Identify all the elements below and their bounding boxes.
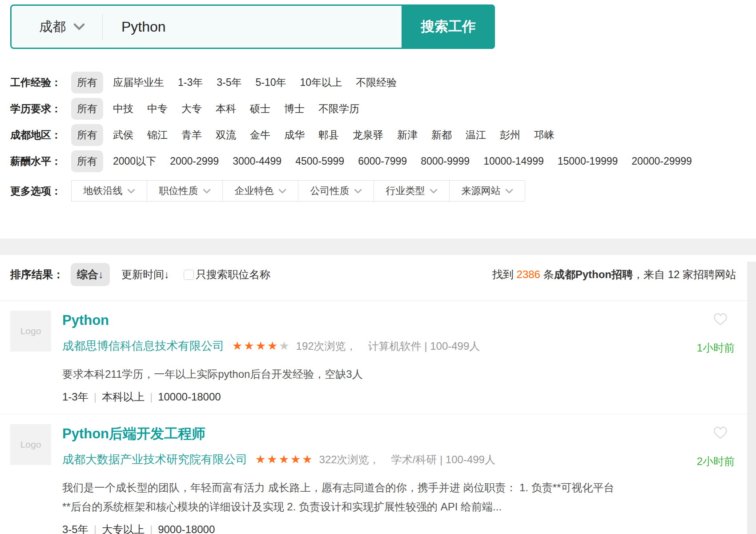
chevron-down-icon — [73, 23, 85, 31]
filter-label-district: 成都地区： — [10, 128, 71, 142]
filter-option-education-1[interactable]: 中技 — [113, 102, 133, 116]
star-icon: ★ — [232, 339, 244, 352]
search-input[interactable] — [103, 6, 402, 48]
filter-items-district: 所有武侯锦江青羊双流金牛成华郫县龙泉驿新津新都温江彭州邛崃 — [71, 124, 568, 146]
filter-option-salary-0[interactable]: 所有 — [71, 150, 103, 172]
chevron-down-icon — [505, 189, 513, 194]
filter-option-salary-2[interactable]: 2000-2999 — [170, 155, 219, 167]
filter-option-district-12[interactable]: 彭州 — [500, 128, 520, 142]
search-button[interactable]: 搜索工作 — [402, 4, 495, 49]
dropdown-label-1: 职位性质 — [159, 184, 198, 198]
dropdown-0[interactable]: 地铁沿线 — [71, 180, 147, 202]
chevron-down-icon — [354, 189, 362, 194]
meta-separator: | — [94, 523, 97, 534]
filter-option-district-11[interactable]: 温江 — [466, 128, 486, 142]
filter-option-salary-6[interactable]: 8000-9999 — [421, 155, 470, 167]
job-card-0: LogoPython成都思博信科信息技术有限公司★★★★★192次浏览，计算机软… — [0, 301, 747, 414]
filter-option-salary-4[interactable]: 4500-5999 — [295, 155, 344, 167]
filter-option-district-5[interactable]: 金牛 — [250, 128, 270, 142]
filter-option-experience-1[interactable]: 应届毕业生 — [113, 76, 164, 89]
job-meta-item-1: 本科以上 — [102, 391, 145, 403]
scrollbar[interactable] — [747, 262, 756, 534]
chevron-down-icon — [430, 189, 438, 194]
dropdown-2[interactable]: 企业特色 — [222, 180, 298, 202]
favorite-button[interactable] — [712, 425, 728, 441]
filter-option-district-2[interactable]: 锦江 — [147, 128, 168, 142]
filter-option-district-4[interactable]: 双流 — [216, 128, 236, 142]
filter-option-education-5[interactable]: 硕士 — [250, 102, 270, 116]
dropdown-5[interactable]: 来源网站 — [449, 180, 525, 202]
result-prefix: 找到 — [492, 268, 517, 280]
job-meta-item-2: 9000-18000 — [158, 523, 215, 534]
job-title-link[interactable]: Python — [62, 312, 109, 329]
filter-option-district-0[interactable]: 所有 — [71, 124, 103, 146]
sort-option-0[interactable]: 综合↓ — [71, 263, 110, 286]
filter-option-salary-8[interactable]: 15000-19999 — [558, 155, 618, 167]
filter-option-salary-7[interactable]: 10000-14999 — [483, 155, 544, 167]
filter-option-district-3[interactable]: 青羊 — [181, 128, 202, 142]
filter-option-district-10[interactable]: 新都 — [431, 128, 452, 142]
filter-label-experience: 工作经验： — [10, 76, 71, 89]
result-suffix: ，来自 12 家招聘网站 — [633, 268, 736, 280]
filter-option-district-13[interactable]: 邛崃 — [534, 128, 555, 142]
filter-option-education-0[interactable]: 所有 — [71, 98, 103, 120]
dropdown-4[interactable]: 行业类型 — [374, 180, 450, 202]
view-count: 192次浏览， — [296, 339, 357, 353]
dropdown-3[interactable]: 公司性质 — [298, 180, 374, 202]
job-description: 我们是一个成长型的团队，年轻而富有活力 成长路上，愿有志同道合的你，携手并进 岗… — [62, 478, 618, 516]
company-name-link[interactable]: 成都大数据产业技术研究院有限公司 — [62, 452, 247, 467]
company-logo-placeholder: Logo — [10, 311, 51, 352]
rating-stars: ★★★★★ — [232, 340, 291, 352]
section-separator-band — [0, 239, 756, 255]
chevron-down-icon — [127, 189, 135, 194]
job-main-1: Python后端开发工程师成都大数据产业技术研究院有限公司★★★★★322次浏览… — [62, 425, 672, 534]
dropdown-label-4: 行业类型 — [386, 184, 425, 198]
filter-option-salary-5[interactable]: 6000-7999 — [358, 155, 407, 167]
city-selector[interactable]: 成都 — [12, 6, 102, 48]
filter-option-district-1[interactable]: 武侯 — [113, 128, 133, 142]
job-search-page: 成都 搜索工作 工作经验：所有应届毕业生1-3年3-5年5-10年10年以上不限… — [0, 0, 756, 534]
favorite-button[interactable] — [712, 312, 728, 327]
star-icon: ★ — [244, 339, 255, 352]
star-icon: ★ — [267, 453, 278, 466]
filter-option-education-7[interactable]: 不限学历 — [318, 102, 359, 116]
filter-option-education-3[interactable]: 大专 — [181, 102, 202, 116]
filter-option-salary-9[interactable]: 20000-29999 — [631, 155, 692, 167]
filter-option-district-8[interactable]: 龙泉驿 — [353, 128, 383, 142]
title-only-checkbox[interactable] — [184, 270, 194, 280]
filter-option-experience-6[interactable]: 不限经验 — [356, 76, 397, 89]
job-main-0: Python成都思博信科信息技术有限公司★★★★★192次浏览，计算机软件 | … — [62, 312, 672, 404]
filter-row-experience: 工作经验：所有应届毕业生1-3年3-5年5-10年10年以上不限经验 — [10, 69, 756, 96]
posted-time: 2小时前 — [697, 454, 735, 469]
job-meta-item-1: 大专以上 — [102, 523, 145, 534]
filter-option-experience-3[interactable]: 3-5年 — [217, 76, 241, 89]
filter-option-district-7[interactable]: 郫县 — [318, 128, 339, 142]
rating-stars: ★★★★★ — [255, 453, 314, 465]
filter-option-salary-1[interactable]: 2000以下 — [113, 154, 156, 168]
dropdown-label-3: 公司性质 — [310, 184, 350, 198]
job-meta-item-0: 3-5年 — [62, 523, 88, 534]
filter-option-district-9[interactable]: 新津 — [397, 128, 418, 142]
filter-option-experience-2[interactable]: 1-3年 — [178, 76, 203, 89]
title-only-filter[interactable]: 只搜索职位名称 — [184, 267, 270, 282]
filter-option-education-6[interactable]: 博士 — [284, 102, 305, 116]
job-title-link[interactable]: Python后端开发工程师 — [62, 425, 205, 443]
filter-option-experience-5[interactable]: 10年以上 — [300, 76, 342, 89]
company-name-link[interactable]: 成都思博信科信息技术有限公司 — [62, 338, 224, 354]
sort-bar: 排序结果： 综合↓更新时间↓ 只搜索职位名称 找到 2386 条成都Python… — [10, 262, 736, 287]
filter-option-experience-4[interactable]: 5-10年 — [256, 76, 286, 89]
industry-and-size: 计算机软件 | 100-499人 — [368, 339, 480, 353]
sort-options: 综合↓更新时间↓ — [64, 263, 169, 286]
company-logo-placeholder: Logo — [10, 424, 51, 465]
sort-option-1[interactable]: 更新时间↓ — [121, 267, 169, 282]
chevron-down-icon — [278, 189, 286, 194]
filter-option-education-4[interactable]: 本科 — [216, 102, 236, 116]
dropdown-label-5: 来源网站 — [462, 184, 501, 198]
filter-items-salary: 所有2000以下2000-29993000-44994500-59996000-… — [71, 150, 706, 172]
filter-option-salary-3[interactable]: 3000-4499 — [233, 155, 281, 167]
filter-items-education: 所有中技中专大专本科硕士博士不限学历 — [71, 98, 373, 120]
filter-option-education-2[interactable]: 中专 — [147, 102, 168, 116]
dropdown-1[interactable]: 职位性质 — [147, 180, 223, 202]
filter-option-district-6[interactable]: 成华 — [284, 128, 305, 142]
filter-option-experience-0[interactable]: 所有 — [71, 72, 103, 93]
